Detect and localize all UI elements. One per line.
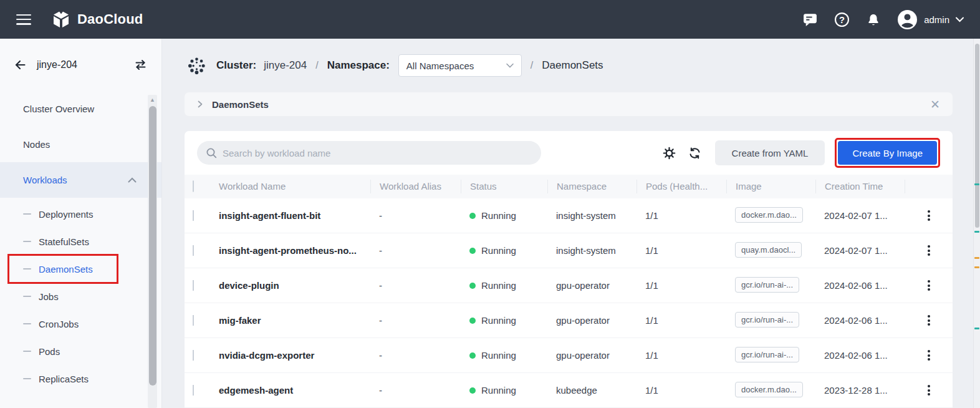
sidebar-item-cluster-overview[interactable]: Cluster Overview bbox=[0, 91, 161, 127]
creation-time-cell: 2024-02-06 1... bbox=[815, 280, 905, 291]
workload-name[interactable]: device-plugin bbox=[210, 280, 370, 291]
brand-name: DaoCloud bbox=[77, 11, 143, 27]
pods-cell: 1/1 bbox=[637, 245, 726, 256]
scrollbar-marker bbox=[974, 266, 979, 268]
sidebar-item-replicasets[interactable]: ReplicaSets bbox=[0, 365, 161, 392]
workload-name[interactable]: insight-agent-fluent-bit bbox=[210, 210, 370, 221]
row-checkbox[interactable] bbox=[193, 245, 194, 256]
user-name: admin bbox=[924, 14, 949, 25]
sidebar-item-label: StatefulSets bbox=[39, 236, 89, 247]
status-dot bbox=[469, 352, 476, 359]
column-header-creation-time[interactable]: Creation Time bbox=[815, 180, 905, 193]
sidebar-menu: Cluster Overview Nodes Workloads Deploym… bbox=[0, 91, 161, 392]
table-row[interactable]: device-plugin - Running gpu-operator 1/1… bbox=[185, 268, 953, 303]
context-header: Cluster: jinye-204 / Namespace: All Name… bbox=[162, 39, 980, 92]
image-tag[interactable]: gcr.io/run-ai-... bbox=[735, 347, 799, 362]
column-header-workload-name[interactable]: Workload Name bbox=[210, 180, 370, 193]
row-checkbox[interactable] bbox=[193, 350, 194, 361]
table-toolbar: Create from YAML Create By Image bbox=[185, 131, 953, 175]
kebab-icon[interactable] bbox=[923, 346, 935, 365]
sidebar-scrollbar[interactable]: ▲ bbox=[148, 95, 157, 408]
search-input[interactable] bbox=[223, 148, 532, 158]
create-from-yaml-button[interactable]: Create from YAML bbox=[715, 140, 825, 165]
workload-name[interactable]: insight-agent-prometheus-no... bbox=[210, 245, 370, 256]
status-text: Running bbox=[481, 245, 516, 256]
top-navbar: DaoCloud ? bbox=[0, 0, 980, 39]
workload-name[interactable]: edgemesh-agent bbox=[210, 385, 370, 396]
sidebar-item-label: ReplicaSets bbox=[39, 374, 89, 384]
row-checkbox[interactable] bbox=[193, 210, 194, 221]
sidebar-item-nodes[interactable]: Nodes bbox=[0, 127, 161, 162]
image-tag[interactable]: docker.m.dao... bbox=[735, 207, 803, 223]
kebab-icon[interactable] bbox=[923, 381, 935, 400]
kebab-icon[interactable] bbox=[923, 206, 935, 225]
sidebar-item-deployments[interactable]: Deployments bbox=[0, 200, 161, 228]
user-menu[interactable]: admin bbox=[897, 9, 964, 30]
kebab-icon[interactable] bbox=[923, 241, 935, 260]
switch-cluster-icon[interactable] bbox=[133, 59, 148, 71]
row-checkbox[interactable] bbox=[193, 385, 194, 396]
sidebar-item-label: Cluster Overview bbox=[23, 104, 94, 114]
column-header-status[interactable]: Status bbox=[461, 180, 547, 193]
status-text: Running bbox=[481, 315, 516, 326]
scrollbar-marker bbox=[974, 231, 979, 233]
namespace-select[interactable]: All Namespaces bbox=[398, 54, 522, 77]
workload-alias: - bbox=[370, 350, 461, 361]
sidebar-item-label: Jobs bbox=[39, 291, 59, 302]
image-tag[interactable]: gcr.io/run-ai-... bbox=[735, 277, 799, 293]
refresh-icon[interactable] bbox=[688, 147, 701, 160]
close-icon[interactable]: ✕ bbox=[930, 99, 940, 110]
column-header-workload-alias[interactable]: Workload Alias bbox=[370, 180, 461, 193]
cluster-value[interactable]: jinye-204 bbox=[264, 59, 307, 72]
scrollbar-thumb[interactable] bbox=[149, 106, 156, 386]
help-icon[interactable]: ? bbox=[834, 12, 850, 27]
sidebar-item-label: DaemonSets bbox=[39, 264, 93, 274]
select-all-checkbox[interactable] bbox=[193, 180, 194, 192]
bell-icon[interactable] bbox=[866, 12, 881, 27]
pods-cell: 1/1 bbox=[637, 280, 726, 291]
search-icon bbox=[206, 147, 217, 158]
image-tag[interactable]: quay.m.daocl... bbox=[735, 242, 802, 258]
menu-icon[interactable] bbox=[16, 14, 31, 25]
creation-time-cell: 2023-12-28 1... bbox=[815, 385, 905, 396]
sidebar-item-cronjobs[interactable]: CronJobs bbox=[0, 310, 161, 338]
chevron-up-icon bbox=[128, 177, 137, 183]
scrollbar-thumb[interactable] bbox=[975, 44, 979, 228]
column-header-pods[interactable]: Pods (Health... bbox=[637, 180, 726, 193]
sidebar-item-workloads[interactable]: Workloads bbox=[0, 162, 161, 198]
kebab-icon[interactable] bbox=[923, 311, 935, 330]
back-icon[interactable] bbox=[14, 59, 27, 71]
row-checkbox[interactable] bbox=[193, 280, 194, 291]
workload-name[interactable]: nvidia-dcgm-exporter bbox=[210, 350, 370, 361]
image-tag[interactable]: docker.m.dao... bbox=[735, 382, 803, 397]
table-row[interactable]: insight-agent-fluent-bit - Running insig… bbox=[185, 198, 953, 233]
chevron-right-icon[interactable] bbox=[197, 100, 203, 108]
page-title: DaemonSets bbox=[542, 59, 603, 72]
table-row[interactable]: nvidia-dcgm-exporter - Running gpu-opera… bbox=[185, 338, 953, 373]
chat-icon[interactable] bbox=[802, 12, 818, 27]
column-header-image[interactable]: Image bbox=[726, 180, 815, 193]
workload-name[interactable]: mig-faker bbox=[210, 315, 370, 326]
sidebar-item-statefulsets[interactable]: StatefulSets bbox=[0, 228, 161, 255]
table-row[interactable]: insight-agent-prometheus-no... - Running… bbox=[185, 233, 953, 268]
brand[interactable]: DaoCloud bbox=[51, 9, 143, 29]
page-scrollbar[interactable] bbox=[973, 39, 980, 408]
kebab-icon[interactable] bbox=[923, 276, 935, 295]
sidebar-item-jobs[interactable]: Jobs bbox=[0, 283, 161, 310]
column-header-namespace[interactable]: Namespace bbox=[547, 180, 637, 193]
scrollbar-marker bbox=[974, 328, 979, 329]
separator: / bbox=[315, 60, 318, 71]
sidebar-item-pods[interactable]: Pods bbox=[0, 338, 161, 365]
create-by-image-button[interactable]: Create By Image bbox=[838, 141, 937, 165]
row-checkbox[interactable] bbox=[193, 315, 194, 326]
chevron-down-icon bbox=[506, 63, 514, 68]
cluster-label: Cluster: bbox=[216, 59, 256, 72]
gear-icon[interactable] bbox=[663, 147, 676, 160]
image-tag[interactable]: gcr.io/run-ai-... bbox=[735, 312, 799, 328]
table-row[interactable]: edgemesh-agent - Running kubeedge 1/1 do… bbox=[185, 373, 953, 408]
creation-time-cell: 2024-02-06 1... bbox=[815, 315, 905, 326]
scroll-up-arrow-icon[interactable]: ▲ bbox=[148, 95, 157, 105]
status-dot bbox=[469, 318, 476, 324]
table-row[interactable]: mig-faker - Running gpu-operator 1/1 gcr… bbox=[185, 303, 953, 338]
sidebar-item-daemonsets[interactable]: DaemonSets bbox=[0, 255, 161, 283]
